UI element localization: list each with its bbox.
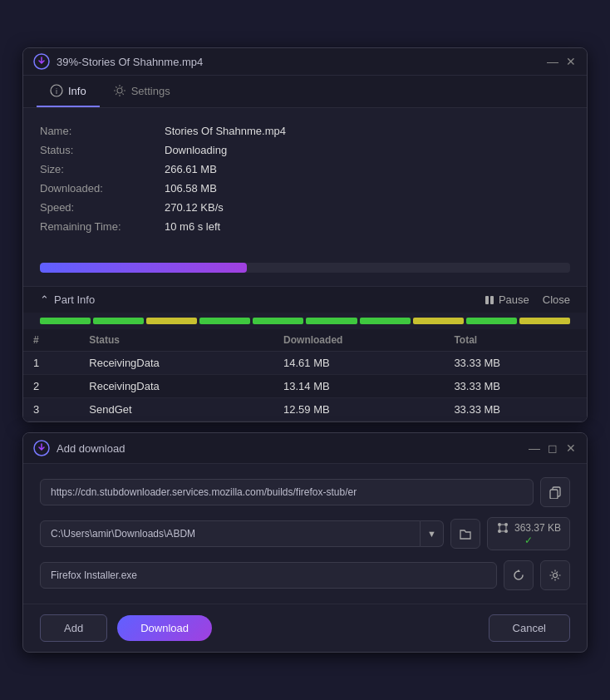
add-close-btn[interactable]: ✕ [565,442,577,454]
cancel-button[interactable]: Cancel [489,614,570,642]
segments-bar [23,313,587,329]
progress-bar-container [40,263,570,273]
progress-fill [40,263,247,273]
add-app-icon [33,440,50,456]
part-info-toggle[interactable]: ⌃ Part Info [40,293,484,306]
downloaded-row: Downloaded: 106.58 MB [40,179,570,198]
segment-block [413,318,464,324]
browse-folder-button[interactable] [450,519,480,549]
segment-block [306,318,357,324]
svg-rect-5 [490,296,494,304]
svg-text:i: i [56,87,57,96]
table-row: 2 ReceivingData 13.14 MB 33.33 MB [23,375,587,398]
remaining-row: Remaining Time: 10 m6 s left [40,217,570,236]
add-maximize-btn[interactable]: ◻ [547,442,558,454]
status-row: Status: Downloading [40,140,570,160]
add-window-title: Add download [57,442,522,455]
chevron-up-icon: ⌃ [40,293,49,306]
svg-rect-4 [485,296,489,304]
window-controls: — ✕ [547,56,577,67]
size-check: ✓ [524,535,533,546]
size-row: Size: 266.61 MB [40,160,570,179]
path-input[interactable] [40,520,421,547]
url-input[interactable] [40,479,534,505]
info-tab-icon: i [50,84,63,97]
svg-point-12 [504,530,508,533]
folder-icon [459,527,472,540]
svg-point-11 [498,530,501,533]
table-row: 1 ReceivingData 14.61 MB 33.33 MB [23,352,587,375]
download-button[interactable]: Download [117,615,212,641]
segment-block [199,318,250,324]
add-window-controls: — ◻ ✕ [529,442,577,454]
tab-info[interactable]: i Info [37,76,100,107]
pause-button[interactable]: Pause [484,293,529,306]
settings-filename-button[interactable] [540,560,570,590]
segment-block [40,318,91,324]
svg-point-17 [553,574,558,578]
size-badge: 363.37 KB ✓ [487,517,570,550]
svg-point-10 [504,523,508,526]
copy-url-button[interactable] [540,477,570,507]
part-actions: Pause Close [484,293,570,306]
url-row [40,477,570,507]
tab-settings[interactable]: Settings [100,76,184,107]
copy-icon [549,486,562,499]
table-row: 3 SendGet 12.59 MB 33.33 MB [23,398,587,421]
segment-block [360,318,411,324]
pause-icon [484,294,495,306]
close-btn[interactable]: ✕ [565,56,577,67]
info-panel: Name: Stories Of Shahnme.mp4 Status: Dow… [23,108,587,249]
filename-input[interactable] [40,562,497,589]
svg-point-9 [498,523,501,526]
connections-icon [496,521,509,535]
path-combo: ▼ [40,520,444,547]
svg-point-3 [117,88,122,93]
segment-block [253,318,303,324]
add-content: ▼ [23,464,587,604]
parts-table-container[interactable]: # Status Downloaded Total 1 ReceivingDat… [23,329,587,421]
add-button[interactable]: Add [40,614,107,642]
tabs-bar: i Info Settings [23,76,587,108]
settings-tab-icon [113,84,126,97]
table-header: # Status Downloaded Total [23,329,587,352]
add-minimize-btn[interactable]: — [529,442,540,454]
footer-row: Add Download Cancel [23,604,587,652]
size-badge-top: 363.37 KB [496,521,561,535]
segment-block [146,318,197,324]
speed-row: Speed: 270.12 KB/s [40,198,570,217]
close-part-button[interactable]: Close [543,293,570,306]
refresh-button[interactable] [504,560,534,590]
path-dropdown-button[interactable]: ▼ [421,520,444,547]
title-bar: 39%-Stories Of Shahnme.mp4 — ✕ [23,48,587,76]
segment-block [466,318,517,324]
name-row: Name: Stories Of Shahnme.mp4 [40,121,570,140]
segment-block [519,318,570,324]
svg-rect-8 [550,490,558,499]
add-download-window: Add download — ◻ ✕ ▼ [22,432,588,653]
segment-block [93,318,144,324]
window-title: 39%-Stories Of Shahnme.mp4 [57,56,540,68]
parts-table: # Status Downloaded Total 1 ReceivingDat… [23,329,587,421]
filename-row [40,560,570,590]
refresh-icon [512,569,525,582]
download-window: 39%-Stories Of Shahnme.mp4 — ✕ i Info Se… [22,47,588,422]
add-title-bar: Add download — ◻ ✕ [23,433,587,464]
gear-icon [549,569,562,582]
part-info-header: ⌃ Part Info Pause Close [23,286,587,313]
path-row: ▼ [40,517,570,550]
app-icon [33,53,50,70]
parts-table-body: 1 ReceivingData 14.61 MB 33.33 MB 2 Rece… [23,352,587,421]
minimize-btn[interactable]: — [547,56,558,67]
